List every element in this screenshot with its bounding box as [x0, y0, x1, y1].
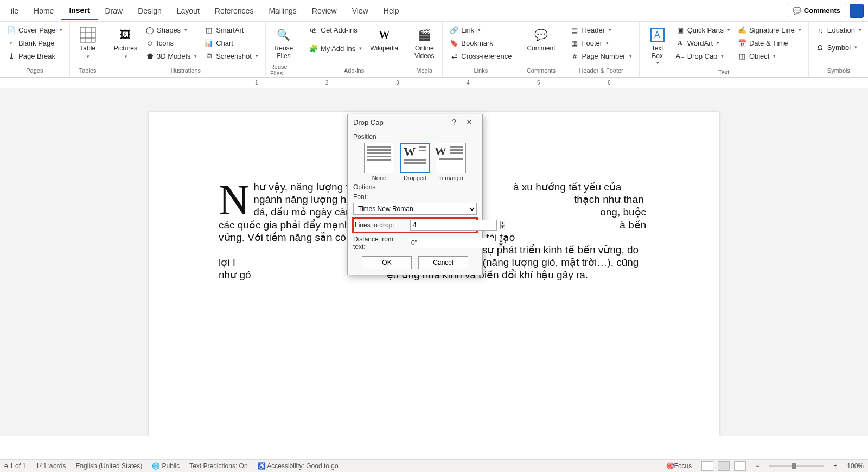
- table-icon: [79, 26, 97, 43]
- my-addins[interactable]: 🧩My Add-ins▾: [307, 42, 365, 54]
- tab-insert[interactable]: Insert: [61, 2, 97, 20]
- group-label-illustrations: Illustrations: [170, 66, 201, 75]
- cover-page[interactable]: 📄Cover Page▾: [4, 24, 65, 36]
- tab-home[interactable]: Home: [26, 2, 61, 20]
- drop-cap-dialog: Drop Cap ? ✕ Position None W Dropped W I…: [347, 114, 483, 275]
- position-in-margin[interactable]: W In margin: [436, 143, 466, 181]
- accessibility-icon: ♿: [258, 462, 266, 470]
- tab-file[interactable]: ile: [3, 2, 26, 20]
- group-label-links: Links: [474, 66, 488, 75]
- wikipedia-button[interactable]: W Wikipedia: [367, 24, 401, 54]
- pictures-button[interactable]: 🖼 Pictures▾: [111, 24, 141, 62]
- 3d-models-button[interactable]: ⬟3D Models▾: [143, 50, 200, 62]
- group-label-text: Text: [718, 68, 729, 76]
- view-read-mode[interactable]: [701, 461, 713, 471]
- signature-line-button[interactable]: ✍Signature Line▾: [735, 24, 804, 36]
- group-label-comments: Comments: [527, 66, 556, 75]
- view-print-layout[interactable]: [718, 461, 730, 471]
- screenshot-button[interactable]: ⧉Screenshot▾: [202, 50, 261, 62]
- quick-parts-button[interactable]: ▣Quick Parts▾: [673, 24, 733, 36]
- tab-draw[interactable]: Draw: [98, 2, 131, 20]
- zoom-out[interactable]: −: [756, 462, 760, 470]
- tab-references[interactable]: References: [207, 2, 261, 20]
- footer-button[interactable]: ▦Footer▾: [567, 37, 634, 49]
- group-illustrations: 🖼 Pictures▾ ◯Shapes▾ ☺Icons ⬟3D Models▾ …: [106, 22, 266, 77]
- bookmark-button[interactable]: 🔖Bookmark: [447, 37, 514, 49]
- header-button[interactable]: ▤Header▾: [567, 24, 634, 36]
- wordart-button[interactable]: 𝐀WordArt▾: [673, 37, 733, 49]
- status-lang[interactable]: English (United States): [75, 462, 142, 470]
- tab-mailings[interactable]: Mailings: [261, 2, 304, 20]
- link-button[interactable]: 🔗Link▾: [447, 24, 514, 36]
- distance-input[interactable]: [409, 238, 495, 248]
- shapes-button[interactable]: ◯Shapes▾: [143, 24, 200, 36]
- lines-spinner[interactable]: ▲▼: [500, 221, 505, 229]
- text-box-icon: A: [649, 26, 666, 43]
- cross-reference-button[interactable]: ⇄Cross-reference: [447, 50, 514, 62]
- icons-button[interactable]: ☺Icons: [143, 37, 200, 49]
- reuse-files-icon: 🔍: [275, 26, 292, 43]
- equation-button[interactable]: πEquation▾: [813, 24, 864, 36]
- cover-page-icon: 📄: [7, 25, 16, 34]
- chart-button[interactable]: 📊Chart: [202, 37, 261, 49]
- status-page[interactable]: e 1 of 1: [4, 462, 26, 470]
- tab-review[interactable]: Review: [304, 2, 344, 20]
- dialog-close-button[interactable]: ✕: [462, 118, 477, 126]
- page-number-button[interactable]: #Page Number▾: [567, 50, 634, 62]
- get-addins[interactable]: 🛍Get Add-ins: [307, 24, 365, 36]
- date-time-button[interactable]: 📅Date & Time: [735, 37, 804, 49]
- dialog-titlebar[interactable]: Drop Cap ? ✕: [348, 114, 482, 130]
- view-web-layout[interactable]: [734, 461, 746, 471]
- ok-button[interactable]: OK: [362, 256, 412, 269]
- blank-page[interactable]: ▫Blank Page: [4, 37, 65, 49]
- position-dropped[interactable]: W Dropped: [400, 143, 430, 181]
- smartart-icon: ◫: [205, 25, 213, 34]
- status-focus[interactable]: 🎯Focus: [666, 462, 692, 470]
- group-label-symbols: Symbols: [827, 66, 850, 75]
- group-symbols: πEquation▾ ΩSymbol▾ Symbols: [809, 22, 868, 77]
- tab-layout[interactable]: Layout: [169, 2, 207, 20]
- zoom-slider[interactable]: [769, 465, 824, 467]
- font-label: Font:: [353, 193, 405, 201]
- status-accessibility[interactable]: ♿ Accessibility: Good to go: [258, 462, 339, 470]
- font-select[interactable]: Times New Roman: [353, 203, 477, 215]
- page-break[interactable]: ⤓Page Break: [4, 50, 65, 62]
- status-predictions[interactable]: Text Predictions: On: [189, 462, 247, 470]
- link-icon: 🔗: [450, 25, 458, 34]
- group-pages: 📄Cover Page▾ ▫Blank Page ⤓Page Break Pag…: [0, 22, 70, 77]
- focus-icon: 🎯: [666, 462, 674, 470]
- smartart-button[interactable]: ◫SmartArt: [202, 24, 261, 36]
- symbol-button[interactable]: ΩSymbol▾: [813, 41, 864, 53]
- group-addins: 🛍Get Add-ins 🧩My Add-ins▾ W Wikipedia Ad…: [302, 22, 406, 77]
- tab-help[interactable]: Help: [376, 2, 407, 20]
- tab-design[interactable]: Design: [130, 2, 169, 20]
- group-label-pages: Pages: [26, 66, 43, 75]
- comment-icon: 💬: [793, 7, 801, 15]
- shapes-icon: ◯: [145, 25, 154, 34]
- group-tables: Table▾ Tables: [70, 22, 106, 77]
- zoom-value[interactable]: 100%: [847, 462, 864, 470]
- text-box-button[interactable]: A Text Box▾: [644, 24, 671, 68]
- distance-spinner[interactable]: ▲▼: [499, 239, 503, 247]
- ruler: 1 2 3 4 5 6: [0, 78, 868, 88]
- new-comment-button[interactable]: 💬 Comment: [524, 24, 558, 54]
- online-videos-button[interactable]: 🎬 Online Videos: [411, 24, 438, 62]
- object-button[interactable]: ◫Object▾: [735, 50, 804, 62]
- table-button[interactable]: Table▾: [74, 24, 101, 62]
- zoom-in[interactable]: +: [833, 462, 837, 470]
- drop-cap-button[interactable]: A≡Drop Cap▾: [673, 50, 733, 62]
- dialog-help-button[interactable]: ?: [446, 118, 462, 126]
- status-public[interactable]: 🌐 Public: [152, 462, 180, 470]
- lines-to-drop-input[interactable]: [410, 220, 497, 231]
- comments-button[interactable]: 💬 Comments: [787, 4, 846, 17]
- chart-icon: 📊: [205, 39, 213, 47]
- status-bar: e 1 of 1 141 words English (United State…: [0, 459, 868, 472]
- position-none[interactable]: None: [364, 143, 394, 181]
- tab-view[interactable]: View: [344, 2, 376, 20]
- share-button[interactable]: [850, 4, 864, 18]
- reuse-files-button[interactable]: 🔍 Reuse Files: [270, 24, 297, 62]
- cancel-button[interactable]: Cancel: [418, 256, 468, 269]
- distance-label: Distance from text:: [353, 235, 405, 251]
- status-words[interactable]: 141 words: [36, 462, 66, 470]
- group-header-footer: ▤Header▾ ▦Footer▾ #Page Number▾ Header &…: [563, 22, 639, 77]
